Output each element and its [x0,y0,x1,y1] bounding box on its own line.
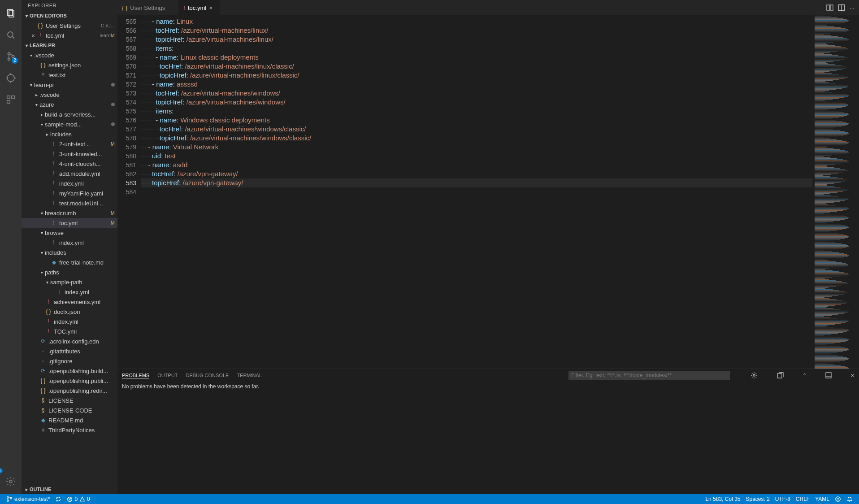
activity-extensions-icon[interactable] [0,89,22,110]
activity-scm-icon[interactable]: 2 [0,46,22,67]
tree-item-label: TOC.yml [54,328,115,335]
workspace-section[interactable]: ▾ LEARN-PR [22,40,117,50]
panel-maximize-icon[interactable] [825,372,832,378]
file-item[interactable]: ≡ThirdPartyNotices [22,425,117,435]
folder-item[interactable]: ▾.vscode [22,50,117,60]
file-item[interactable]: !3-unit-knowled... [22,149,117,159]
lic-file-icon: § [39,397,47,404]
file-item[interactable]: { }settings.json [22,60,117,70]
file-item[interactable]: !4-unit-cloudsh... [22,159,117,169]
json-file-icon: { } [37,22,44,29]
folder-item[interactable]: ▾sample-path [22,277,117,287]
editor-tab[interactable]: { }User Settings [117,0,179,15]
tree-item-label: docfx.json [54,308,115,315]
editor-group: { }User Settings!toc.yml× ··· 5655665675… [117,0,859,494]
filter-settings-icon[interactable] [751,372,758,379]
file-item[interactable]: !toc.ymlM [22,218,117,228]
file-item[interactable]: !index.yml [22,238,117,248]
file-item[interactable]: §LICENSE-CODE [22,405,117,415]
status-language[interactable]: YAML [812,494,832,504]
file-item[interactable]: ≡test.txt [22,70,117,80]
file-item[interactable]: !2-unit-text...M [22,139,117,149]
file-item[interactable]: !test.moduleUni... [22,198,117,208]
file-item[interactable]: !index.yml [22,287,117,297]
close-icon[interactable]: × [209,4,215,11]
yaml-file-icon: ! [45,328,52,335]
open-editor-item[interactable]: ×!toc.ymllearn...M [22,30,117,40]
status-indentation[interactable]: Spaces: 2 [743,494,772,504]
file-item[interactable]: ⟳.acrolinx-config.edn [22,336,117,346]
status-problems[interactable]: 0 0 [64,494,92,504]
folder-item[interactable]: ▾breadcrumbM [22,208,117,218]
tree-item-label: learn-pr [34,82,115,88]
folder-item[interactable]: ▸build-a-serverless... [22,109,117,119]
status-encoding[interactable]: UTF-8 [772,494,793,504]
status-feedback-icon[interactable] [832,494,844,504]
folder-item[interactable]: ▾learn-pr [22,80,117,90]
status-bell-icon[interactable] [844,494,855,504]
yaml-file-icon: ! [50,151,57,157]
editor-tab[interactable]: !toc.yml× [179,0,220,15]
file-item[interactable]: !TOC.yml [22,326,117,336]
activity-search-icon[interactable] [0,24,22,46]
folder-item[interactable]: ▾paths [22,267,117,277]
panel-close-icon[interactable]: ✕ [850,373,855,378]
file-item[interactable]: { }.openpublishing.redir... [22,386,117,395]
problems-filter-input[interactable] [568,371,730,380]
panel-tab[interactable]: OUTPUT [157,373,178,378]
folder-item[interactable]: ▾includes [22,248,117,257]
file-item[interactable]: ◦.gitattributes [22,346,117,356]
open-editors-list: { }User SettingsC:\U...×!toc.ymllearn...… [22,21,117,40]
minimap[interactable] [812,15,855,369]
tree-item-label: includes [50,131,115,138]
folder-item[interactable]: ▸.vscode [22,90,117,100]
status-branch[interactable]: extension-test* [4,494,52,504]
file-item[interactable]: !index.yml [22,317,117,326]
file-item[interactable]: !achievements.yml [22,297,117,307]
collapse-all-icon[interactable] [777,372,784,379]
file-item[interactable]: !myYamlFile.yaml [22,188,117,198]
tab-label: User Settings [130,4,165,11]
more-actions-icon[interactable]: ··· [850,4,855,11]
file-item[interactable]: { }.openpublishing.publi... [22,376,117,386]
panel-tab[interactable]: DEBUG CONSOLE [186,373,229,378]
file-item[interactable]: ⟳.openpublishing.build... [22,366,117,376]
panel-up-icon[interactable]: ⌃ [803,373,807,378]
open-editor-item[interactable]: { }User SettingsC:\U... [22,21,117,30]
file-item[interactable]: ◆README.md [22,415,117,425]
code-content[interactable]: ······- name: Linux········tocHref: /azu… [141,15,812,369]
activity-debug-icon[interactable] [0,67,22,89]
workspace-label: LEARN-PR [30,43,55,48]
file-item[interactable]: { }docfx.json [22,307,117,317]
panel-tab[interactable]: PROBLEMS [122,373,149,378]
folder-item[interactable]: ▾azure [22,100,117,109]
tree-item-label: .openpublishing.publi... [48,378,115,384]
status-cursor-position[interactable]: Ln 583, Col 35 [703,494,743,504]
activity-settings-icon[interactable]: 1 [0,471,22,492]
file-item[interactable]: ◦.gitignore [22,356,117,366]
file-item[interactable]: !add.module.yml [22,169,117,178]
folder-item[interactable]: ▸includes [22,129,117,139]
tree-item-label: myYamlFile.yaml [59,190,115,197]
code-editor[interactable]: 5655665675685695705715725735745755765775… [117,15,859,369]
outline-section[interactable]: ▸ OUTLINE [22,484,117,494]
activity-explorer-icon[interactable] [0,3,22,24]
yaml-file-icon: ! [50,220,57,226]
compare-icon[interactable] [826,4,833,11]
scm-badge: 2 [12,57,18,64]
close-icon[interactable]: × [30,32,37,39]
split-editor-icon[interactable] [838,4,845,11]
svg-rect-14 [7,100,10,103]
status-branch-label: extension-test* [14,496,50,502]
folder-item[interactable]: ▾sample-mod... [22,119,117,129]
file-item[interactable]: ◆free-trial-note.md [22,257,117,267]
open-editors-section[interactable]: ▾ OPEN EDITORS [22,11,117,21]
status-eol[interactable]: CRLF [793,494,812,504]
folder-item[interactable]: ▾browse [22,228,117,238]
chevron-down-icon: ▾ [39,250,45,255]
file-item[interactable]: §LICENSE [22,395,117,405]
status-sync[interactable] [52,494,64,504]
panel-tab[interactable]: TERMINAL [237,373,262,378]
scrollbar-vertical[interactable] [855,15,859,369]
file-item[interactable]: !index.yml [22,178,117,188]
